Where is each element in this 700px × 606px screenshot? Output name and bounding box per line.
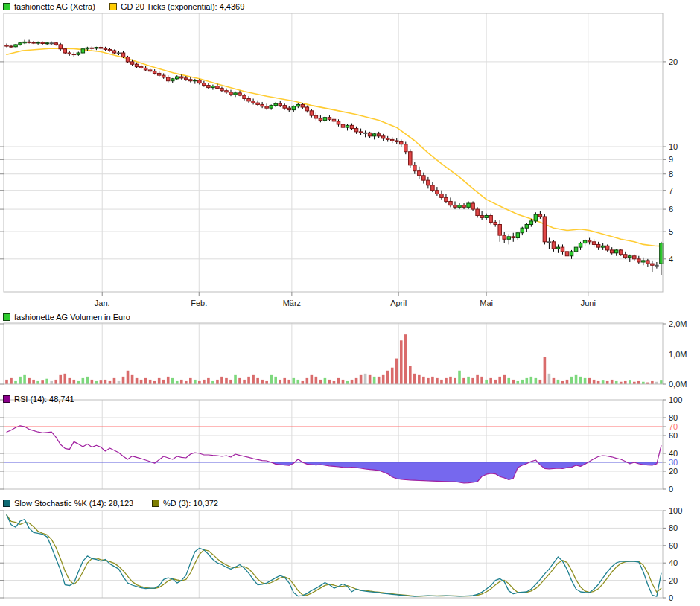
volume-bar	[167, 377, 170, 384]
candle-body	[547, 242, 551, 243]
candle-body	[359, 132, 363, 133]
candle-body	[166, 77, 170, 81]
volume-bar	[59, 375, 62, 384]
volume-bar	[409, 366, 412, 384]
volume-bar	[36, 381, 39, 384]
volume-bar	[413, 374, 416, 384]
volume-bar	[494, 380, 497, 384]
candle-body	[368, 133, 372, 135]
candle-body	[19, 43, 22, 45]
volume-bar	[131, 375, 134, 384]
rsi-series-swatch-icon	[3, 395, 10, 403]
volume-bar	[252, 375, 255, 384]
candle-body	[440, 194, 444, 197]
volume-bar	[216, 380, 219, 384]
candle-body	[377, 134, 381, 136]
candle-body	[525, 224, 529, 228]
volume-bar	[45, 379, 48, 384]
candle-body	[153, 71, 156, 74]
volume-bar	[570, 377, 573, 384]
axis-tick-label: 60	[669, 541, 678, 550]
candle-body	[395, 141, 398, 142]
candle-body	[494, 222, 497, 224]
candle-body	[234, 93, 238, 95]
volume-bar	[50, 381, 53, 384]
volume-bar	[292, 378, 295, 384]
candle-body	[354, 129, 358, 132]
volume-bar	[445, 378, 448, 384]
candle-body	[346, 125, 349, 127]
candle-body	[467, 203, 471, 207]
rsi-series-label: RSI (14): 48,741	[14, 395, 74, 404]
volume-bar	[185, 381, 188, 384]
candle-body	[619, 250, 623, 255]
volume-bar	[95, 381, 98, 384]
volume-bar	[342, 380, 345, 384]
candle-body	[386, 138, 389, 140]
volume-bar	[611, 380, 614, 384]
volume-bar	[113, 378, 116, 384]
candle-body	[583, 240, 587, 243]
candle-body	[471, 203, 475, 209]
axis-tick-label: 100	[669, 395, 682, 404]
volume-bar	[73, 380, 76, 384]
candle-body	[422, 176, 426, 180]
candle-body	[270, 106, 273, 109]
volume-bar	[512, 380, 515, 384]
candle-body	[247, 98, 251, 101]
candle-body	[588, 240, 591, 242]
volume-bar	[194, 380, 197, 384]
volume-bar	[391, 368, 394, 384]
candle-body	[252, 101, 255, 103]
volume-bar	[122, 377, 125, 384]
candle-body	[323, 118, 327, 121]
candle-body	[529, 221, 533, 225]
volume-bar	[561, 381, 564, 384]
candle-body	[592, 242, 596, 245]
volume-bar	[480, 377, 483, 384]
volume-bar	[319, 380, 322, 384]
month-label: Feb.	[191, 299, 207, 307]
candle-body	[130, 62, 134, 64]
volume-bar	[287, 380, 290, 384]
axis-tick-label: 8	[669, 170, 673, 179]
volume-bar	[637, 381, 640, 384]
axis-tick-label: 10	[669, 142, 678, 151]
month-label: April	[390, 299, 407, 307]
candle-body	[413, 165, 417, 171]
candle-body	[436, 191, 439, 194]
candle-body	[28, 42, 31, 42]
axis-tick-label: 60	[669, 431, 678, 440]
candle-body	[328, 118, 331, 120]
candle-body	[350, 125, 354, 128]
candle-body	[556, 247, 560, 249]
candle-body	[543, 217, 547, 242]
month-label: Mai	[480, 299, 493, 307]
volume-bar	[548, 374, 551, 384]
candle-body	[570, 252, 573, 256]
axis-tick-label: 40	[669, 449, 678, 458]
volume-bar	[337, 378, 340, 384]
legend-price: fashionette AG (Xetra)	[3, 2, 95, 11]
volume-bar	[427, 378, 430, 384]
candle-body	[534, 214, 538, 221]
candle-body	[279, 103, 282, 105]
axis-tick-label: 20	[669, 57, 678, 66]
candle-body	[498, 224, 502, 235]
volume-bar	[243, 380, 246, 384]
axis-tick-label: 70	[669, 422, 678, 431]
candle-body	[579, 243, 582, 248]
volume-bar	[369, 375, 372, 384]
candle-body	[454, 205, 457, 208]
volume-bar	[315, 377, 318, 384]
candle-body	[310, 111, 314, 115]
candle-body	[381, 136, 385, 138]
candle-body	[81, 49, 85, 53]
candle-body	[337, 121, 340, 124]
volume-bar	[485, 380, 488, 384]
candle-body	[50, 43, 54, 44]
candle-body	[10, 46, 13, 47]
volume-bar	[346, 381, 349, 384]
candle-body	[256, 103, 260, 104]
candle-body	[162, 75, 165, 77]
